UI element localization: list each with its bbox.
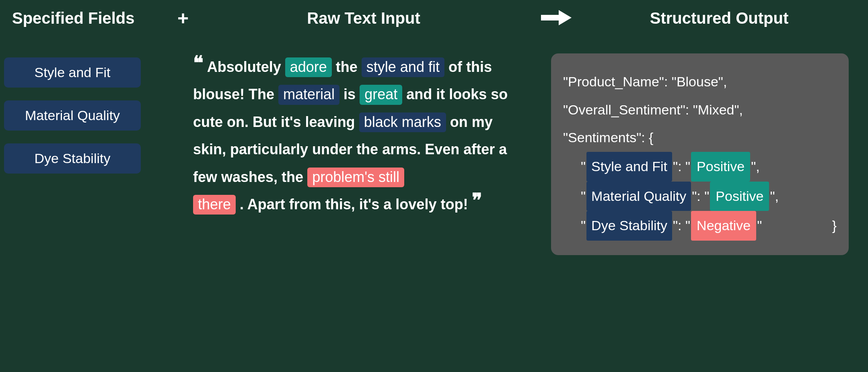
fields-column: Style and Fit Material Quality Dye Stabi… — [4, 53, 141, 174]
body-row: Style and Fit Material Quality Dye Stabi… — [0, 29, 868, 255]
close-quote-icon: ❞ — [472, 191, 482, 210]
val-chip-positive: Positive — [710, 182, 769, 211]
review-paragraph: ❝ Absolutely adore the style and fit of … — [193, 53, 527, 218]
text-segment: . Apart from this, it's a lovely top! — [240, 196, 468, 213]
text-segment: is — [343, 86, 356, 102]
text-segment: Absolutely — [207, 59, 281, 75]
output-sentiments-open: "Sentiments": { — [563, 124, 837, 152]
highlight-there: there — [193, 195, 236, 215]
output-box: "Product_Name": "Blouse", "Overall_Senti… — [551, 53, 849, 255]
key-chip: Style and Fit — [586, 152, 672, 182]
highlight-black-marks: black marks — [359, 112, 446, 132]
open-quote-icon: ❝ — [193, 53, 204, 73]
header-structured-output: Structured Output — [582, 9, 856, 27]
highlight-material: material — [278, 85, 339, 104]
arrow-icon — [530, 10, 582, 27]
svg-marker-1 — [559, 10, 572, 25]
val-chip-negative: Negative — [691, 211, 756, 241]
header-specified-fields: Specified Fields — [12, 9, 169, 27]
header-row: Specified Fields + Raw Text Input Struct… — [0, 0, 868, 29]
output-product-name: "Product_Name": "Blouse", — [563, 68, 837, 96]
field-chip-dye-stability: Dye Stability — [4, 143, 141, 174]
key-chip: Material Quality — [586, 182, 691, 211]
output-row-dye-stability: "Dye Stability": "Negative" } — [563, 211, 837, 241]
svg-rect-0 — [541, 15, 559, 20]
raw-text-column: ❝ Absolutely adore the style and fit of … — [193, 53, 527, 218]
text-segment: the — [336, 59, 358, 75]
header-raw-text: Raw Text Input — [197, 9, 530, 27]
highlight-problem-still: problem's still — [307, 168, 404, 187]
highlight-style-and-fit: style and fit — [362, 57, 444, 77]
field-chip-style-and-fit: Style and Fit — [4, 57, 141, 88]
val-chip-positive: Positive — [691, 152, 750, 182]
output-overall-sentiment: "Overall_Sentiment": "Mixed", — [563, 96, 837, 124]
highlight-adore: adore — [285, 57, 332, 77]
key-chip: Dye Stability — [586, 211, 672, 241]
output-row-style-and-fit: "Style and Fit": "Positive", — [563, 152, 837, 182]
close-brace: } — [824, 212, 837, 240]
field-chip-material-quality: Material Quality — [4, 100, 141, 131]
output-row-material-quality: "Material Quality": "Positive", — [563, 182, 837, 211]
highlight-great: great — [360, 85, 402, 104]
plus-icon: + — [169, 7, 197, 29]
output-column: "Product_Name": "Blouse", "Overall_Senti… — [551, 53, 849, 255]
